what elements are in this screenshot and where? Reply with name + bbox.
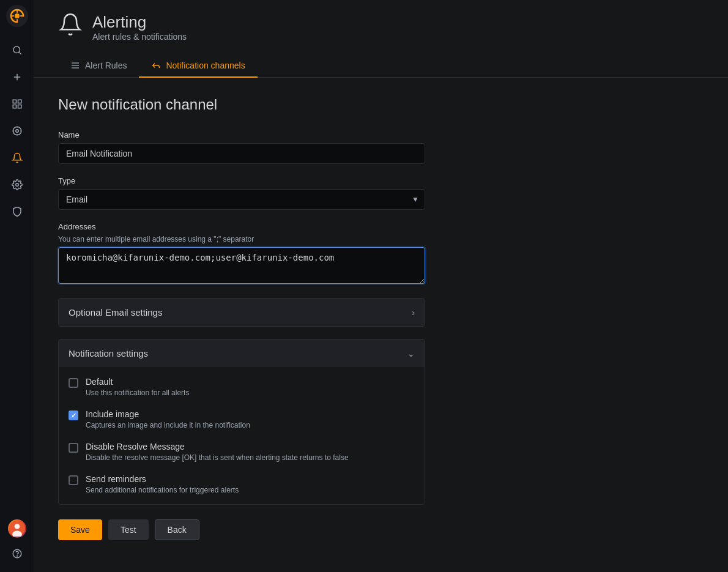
- addresses-hint: You can enter multiple email addresses u…: [58, 235, 425, 243]
- checkbox-default: Default Use this notification for all al…: [69, 377, 415, 397]
- disable-resolve-checkbox[interactable]: [69, 443, 78, 453]
- page-header: Alerting Alert rules & notifications: [34, 0, 728, 54]
- app-logo[interactable]: [6, 5, 28, 27]
- page-header-icon: [58, 12, 83, 42]
- include-image-checkbox-text: Include image Captures an image and incl…: [86, 409, 250, 429]
- svg-rect-4: [18, 100, 21, 103]
- notification-settings-header[interactable]: Notification settings ⌄: [59, 340, 425, 367]
- notification-settings-title: Notification settings: [69, 348, 148, 358]
- page-subtitle: Alert rules & notifications: [92, 32, 187, 42]
- disable-resolve-label: Disable Resolve Message: [86, 442, 349, 451]
- default-checkbox-text: Default Use this notification for all al…: [86, 377, 189, 397]
- name-label: Name: [58, 130, 425, 139]
- svg-point-1: [15, 13, 20, 18]
- form-content: New notification channel Name Type Email…: [34, 78, 450, 559]
- optional-email-title: Optional Email settings: [69, 307, 162, 318]
- name-input[interactable]: [58, 143, 425, 164]
- page-title-heading: Alerting: [92, 13, 187, 32]
- test-button[interactable]: Test: [108, 519, 149, 540]
- shield-nav-icon[interactable]: [5, 199, 29, 224]
- notification-settings-section: Notification settings ⌄ Default Use this…: [58, 339, 425, 505]
- tabs-container: Alert Rules Notification channels: [34, 54, 728, 78]
- back-button[interactable]: Back: [155, 519, 199, 540]
- optional-email-arrow: ›: [412, 308, 415, 318]
- default-checkbox-wrapper[interactable]: [69, 378, 78, 388]
- search-icon[interactable]: [5, 38, 29, 62]
- svg-rect-3: [13, 100, 16, 103]
- send-reminders-checkbox-wrapper[interactable]: [69, 475, 78, 485]
- addresses-label: Addresses: [58, 222, 425, 231]
- default-label: Default: [86, 377, 189, 387]
- tab-alert-rules-label: Alert Rules: [85, 61, 127, 70]
- default-desc: Use this notification for all alerts: [86, 388, 189, 397]
- default-checkbox[interactable]: [69, 378, 78, 388]
- type-label: Type: [58, 176, 425, 185]
- help-icon[interactable]: [5, 541, 29, 566]
- save-button[interactable]: Save: [58, 519, 102, 540]
- user-avatar[interactable]: [8, 519, 26, 538]
- send-reminders-checkbox[interactable]: [69, 475, 78, 485]
- notification-settings-arrow: ⌄: [407, 349, 415, 358]
- send-reminders-checkbox-text: Send reminders Send additional notificat…: [86, 474, 239, 494]
- include-image-checkbox-wrapper[interactable]: [69, 410, 78, 420]
- settings-nav-icon[interactable]: [5, 173, 29, 197]
- page-header-text: Alerting Alert rules & notifications: [92, 13, 187, 42]
- svg-point-7: [13, 127, 21, 135]
- addresses-textarea[interactable]: koromicha@kifarunix-demo.com;user@kifaru…: [58, 247, 425, 284]
- notification-settings-body: Default Use this notification for all al…: [59, 367, 425, 504]
- alerting-nav-icon[interactable]: [5, 146, 29, 170]
- checkbox-disable-resolve: Disable Resolve Message Disable the reso…: [69, 442, 415, 462]
- dashboards-icon[interactable]: [5, 92, 29, 116]
- svg-rect-6: [18, 105, 21, 108]
- svg-rect-5: [13, 105, 16, 108]
- tab-alert-rules[interactable]: Alert Rules: [58, 54, 139, 78]
- disable-resolve-checkbox-text: Disable Resolve Message Disable the reso…: [86, 442, 349, 462]
- svg-point-9: [15, 184, 18, 187]
- tab-notification-channels-label: Notification channels: [166, 61, 245, 70]
- disable-resolve-desc: Disable the resolve message [OK] that is…: [86, 453, 349, 462]
- explore-icon[interactable]: [5, 119, 29, 143]
- optional-email-header[interactable]: Optional Email settings ›: [59, 299, 425, 326]
- include-image-label: Include image: [86, 409, 250, 419]
- name-field-group: Name: [58, 130, 425, 164]
- include-image-checkbox[interactable]: [69, 410, 78, 420]
- include-image-desc: Captures an image and include it in the …: [86, 421, 250, 429]
- type-select[interactable]: Email Slack PagerDuty Webhook OpsGenie: [58, 189, 425, 210]
- new-dashboard-icon[interactable]: [5, 65, 29, 89]
- checkbox-include-image: Include image Captures an image and incl…: [69, 409, 415, 429]
- main-content: Alerting Alert rules & notifications Ale…: [34, 0, 728, 572]
- svg-point-2: [13, 46, 20, 53]
- sidebar: [0, 0, 34, 572]
- svg-point-8: [15, 130, 18, 133]
- type-field-group: Type Email Slack PagerDuty Webhook OpsGe…: [58, 176, 425, 210]
- send-reminders-desc: Send additional notifications for trigge…: [86, 486, 239, 494]
- send-reminders-label: Send reminders: [86, 474, 239, 484]
- addresses-field-group: Addresses You can enter multiple email a…: [58, 222, 425, 286]
- type-select-wrapper: Email Slack PagerDuty Webhook OpsGenie ▼: [58, 189, 425, 210]
- svg-point-11: [14, 524, 20, 529]
- disable-resolve-checkbox-wrapper[interactable]: [69, 443, 78, 453]
- tab-notification-channels[interactable]: Notification channels: [139, 54, 257, 78]
- action-buttons: Save Test Back: [58, 519, 425, 540]
- new-channel-title: New notification channel: [58, 96, 425, 113]
- optional-email-section: Optional Email settings ›: [58, 298, 425, 327]
- checkbox-send-reminders: Send reminders Send additional notificat…: [69, 474, 415, 494]
